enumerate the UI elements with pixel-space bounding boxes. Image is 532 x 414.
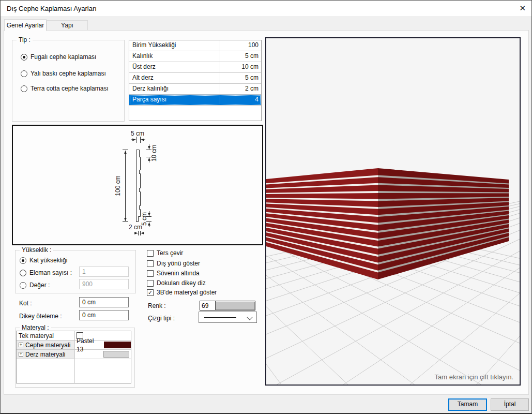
row-value[interactable]: 5 cm <box>220 73 261 83</box>
radio-label: Yalı baskı cephe kaplaması <box>31 70 106 77</box>
row-derz-materyali[interactable]: + Derz materyali <box>17 350 131 359</box>
derz-material-swatch[interactable] <box>103 351 129 358</box>
radio-label: Değer : <box>29 282 50 289</box>
radio-selected-icon[interactable] <box>20 257 26 264</box>
table-row-alt-derz[interactable]: Alt derz 5 cm <box>129 73 261 84</box>
checkbox-label: Sövenin altında <box>157 270 200 277</box>
expand-plus-icon[interactable]: + <box>19 352 23 357</box>
checkbox-label: 3B'de materyal göster <box>157 289 217 296</box>
footer-bar: Tamam İptal <box>1 395 532 413</box>
radio-kat-yuksekligi[interactable]: Kat yüksekliği <box>20 257 67 264</box>
row-label: Parça sayısı <box>129 95 220 105</box>
renk-label: Renk : <box>148 302 166 309</box>
cancel-button[interactable]: İptal <box>491 398 529 411</box>
checkbox-label: Dış yönü göster <box>157 260 200 267</box>
tip-groupbox: Tip : Fugalı cephe kaplaması Yalı baskı … <box>12 40 125 122</box>
row-value[interactable]: 2 cm <box>220 84 261 94</box>
eleman-sayisi-input[interactable] <box>79 267 129 277</box>
dim-text-top-joint: 10 cm <box>150 145 158 162</box>
row-label: Kalınlık <box>129 51 220 62</box>
checkbox-icon[interactable] <box>147 270 154 277</box>
close-icon[interactable]: ✕ <box>519 4 526 13</box>
radio-icon[interactable] <box>21 70 27 77</box>
table-row-birim-yuksekligi[interactable]: Birim Yüksekliği 100 <box>129 40 261 51</box>
radio-label: Fugalı cephe kaplaması <box>31 53 96 61</box>
radio-label: Kat yüksekliği <box>29 257 67 264</box>
radio-eleman-sayisi[interactable]: Eleman sayısı : <box>20 269 72 276</box>
dikey-oteleme-label: Dikey öteleme : <box>19 313 62 320</box>
preview-3d-svg <box>266 38 520 385</box>
checkbox-sovenin-altinda[interactable]: Sövenin altında <box>147 270 200 277</box>
checkbox-3b-materyal-goster[interactable]: ✓ 3B'de materyal göster <box>147 289 217 296</box>
preview-3d-panel[interactable]: Tam ekran için çift tıklayın. <box>265 37 521 386</box>
dialog-window: Dış Cephe Kaplaması Ayarları ✕ Genel Aya… <box>0 0 532 414</box>
checkbox-icon[interactable] <box>147 260 154 267</box>
materyal-group-label: Materyal : <box>20 324 51 331</box>
cizgi-tipi-dropdown[interactable] <box>199 312 257 323</box>
radio-label: Terra cotta cephe kaplaması <box>31 85 109 92</box>
profile-outline <box>136 150 141 222</box>
profile-diagram-panel: 100 cm 5 cm 10 cm 5 cm 2 cm <box>12 125 263 245</box>
profile-diagram: 100 cm 5 cm 10 cm 5 cm 2 cm <box>13 126 262 244</box>
window-title: Dış Cephe Kaplaması Ayarları <box>7 5 97 12</box>
row-value[interactable]: 5 cm <box>220 51 261 62</box>
row-value[interactable]: 4 <box>220 95 261 105</box>
deger-input[interactable] <box>79 279 129 289</box>
radio-selected-icon[interactable] <box>21 54 27 61</box>
dim-text-top-width: 5 cm <box>131 130 144 137</box>
row-value[interactable]: 10 cm <box>220 62 261 72</box>
ok-button[interactable]: Tamam <box>448 398 487 411</box>
row-label: Üst derz <box>129 62 220 72</box>
table-row-derz-kalinligi[interactable]: Derz kalınlığı 2 cm <box>129 84 261 95</box>
row-label: Alt derz <box>129 73 220 83</box>
cephe-material-swatch[interactable] <box>104 342 131 348</box>
table-row-ust-derz[interactable]: Üst derz 10 cm <box>129 62 261 73</box>
row-value[interactable]: 100 <box>220 40 261 51</box>
materyal-table: Tek materyal + Cephe materyali Pastel 13… <box>16 331 131 383</box>
expand-plus-icon[interactable]: + <box>19 343 23 347</box>
dikey-oteleme-input[interactable] <box>79 310 129 320</box>
row-cephe-materyali[interactable]: + Cephe materyali Pastel 13 <box>17 341 131 350</box>
yukseklik-group-label: Yükseklik : <box>20 246 53 254</box>
properties-table: Birim Yüksekliği 100 Kalınlık 5 cm Üst d… <box>129 40 262 121</box>
row-label: Tek materyal <box>19 332 54 340</box>
radio-label: Eleman sayısı : <box>29 269 72 276</box>
line-style-sample <box>204 317 236 318</box>
checkbox-label: Dokuları dikey diz <box>157 279 206 287</box>
cizgi-tipi-label: Çizgi tipi : <box>148 315 175 322</box>
checkbox-icon[interactable] <box>147 250 154 257</box>
table-row-parca-sayisi-selected[interactable]: Parça sayısı 4 <box>129 95 261 106</box>
row-label: Derz kalınlığı <box>129 84 220 94</box>
renk-picker[interactable] <box>200 301 255 310</box>
kot-input[interactable] <box>79 297 129 307</box>
radio-icon[interactable] <box>20 270 26 276</box>
tab-yapi-bilesenleri[interactable]: Yapı Bileşenleri <box>47 20 88 31</box>
checkbox-label: Ters çevir <box>157 249 183 257</box>
radio-icon[interactable] <box>21 85 27 92</box>
radio-fugali-cephe[interactable]: Fugalı cephe kaplaması <box>21 53 96 61</box>
dim-text-joint-depth: 2 cm <box>129 224 142 231</box>
kot-label: Kot : <box>19 300 32 307</box>
radio-yali-baski-cephe[interactable]: Yalı baskı cephe kaplaması <box>21 70 106 77</box>
dim-text-height: 100 cm <box>114 175 121 196</box>
radio-deger[interactable]: Değer : <box>20 282 50 289</box>
chevron-down-icon <box>247 314 252 320</box>
radio-terra-cotta-cephe[interactable]: Terra cotta cephe kaplaması <box>21 85 109 92</box>
radio-icon[interactable] <box>20 282 26 289</box>
checkbox-dokulari-dikey-diz[interactable]: Dokuları dikey diz <box>147 279 206 287</box>
checkbox-checked-icon[interactable]: ✓ <box>147 289 154 296</box>
renk-color-swatch[interactable] <box>216 301 255 310</box>
tab-genel-ayarlar[interactable]: Genel Ayarlar <box>4 19 47 31</box>
renk-number-input[interactable] <box>200 301 216 310</box>
fullscreen-hint-text: Tam ekran için çift tıklayın. <box>435 373 513 381</box>
checkbox-dis-yonu-goster[interactable]: Dış yönü göster <box>147 260 200 267</box>
row-label: Derz materyali <box>25 350 65 359</box>
table-row-kalinlik[interactable]: Kalınlık 5 cm <box>129 51 261 62</box>
row-tek-materyal[interactable]: Tek materyal <box>17 331 131 341</box>
row-label: Birim Yüksekliği <box>129 40 220 51</box>
checkbox-icon[interactable] <box>147 280 154 287</box>
titlebar: Dış Cephe Kaplaması Ayarları ✕ <box>1 1 531 16</box>
checkbox-ters-cevir[interactable]: Ters çevir <box>147 249 183 257</box>
row-label: Cephe materyali <box>25 341 70 349</box>
tip-group-label: Tip : <box>17 36 33 43</box>
